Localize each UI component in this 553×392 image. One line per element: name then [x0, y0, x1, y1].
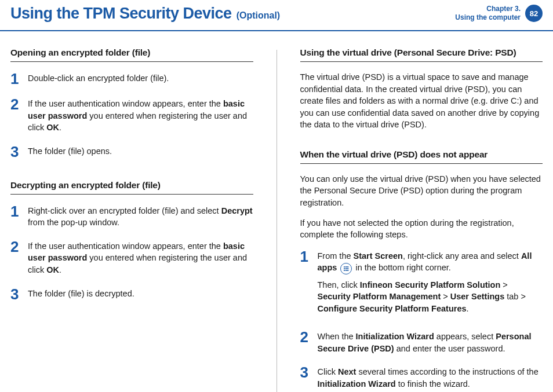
svg-point-2: [344, 268, 345, 269]
step-text: tab >: [504, 292, 526, 301]
section-head-psd: Using the virtual drive (Personal Secure…: [300, 47, 543, 62]
open-step-2: 2 If the user authentication window appe…: [10, 97, 253, 134]
step-text: in the bottom right corner.: [355, 263, 450, 272]
svg-point-0: [344, 266, 345, 267]
step-text: Then, click: [318, 280, 360, 290]
psd-missing-para-2: If you have not selected the option duri…: [300, 217, 543, 241]
step-number: 2: [10, 97, 21, 134]
step-text: .: [59, 123, 61, 132]
step-body: The folder (file) opens.: [28, 144, 112, 159]
right-column: Using the virtual drive (Personal Secure…: [300, 47, 543, 392]
step-number: 3: [10, 144, 21, 159]
section-head-opening: Opening an encrypted folder (file): [10, 47, 253, 62]
step-text: appears, select: [434, 332, 496, 341]
step-text: Double-click an encrypted folder (file).: [28, 74, 169, 83]
section-head-decrypting: Decrypting an encrypted folder (file): [10, 180, 253, 195]
chapter-text: Chapter 3. Using the computer: [455, 5, 521, 22]
step-text: Right-click over an encrypted folder (fi…: [28, 206, 221, 215]
step-text: several times according to the instructi…: [356, 367, 538, 376]
step-body: If the user authentication window appear…: [28, 97, 253, 134]
page-title: Using the TPM Security Device: [10, 5, 232, 23]
step-text: .: [467, 304, 469, 313]
step-body: Right-click over an encrypted folder (fi…: [28, 204, 253, 229]
bold-configure-features: Configure Security Platform Features: [318, 304, 467, 313]
step-text: >: [500, 280, 508, 290]
page-subtitle: (Optional): [237, 10, 281, 21]
chapter-block: Chapter 3. Using the computer 82: [455, 5, 543, 22]
step-number: 1: [10, 71, 21, 86]
step-number: 1: [300, 249, 311, 319]
step-number: 2: [10, 239, 21, 276]
step-body: From the Start Screen, right-click any a…: [318, 249, 543, 319]
section-head-psd-missing: When the virtual drive (PSD) does not ap…: [300, 149, 543, 164]
step-body: The folder (file) is decrypted.: [28, 287, 134, 302]
step-text: >: [441, 292, 450, 301]
psd-step-2: 2 When the Initialization Wizard appears…: [300, 329, 543, 354]
open-step-3: 3 The folder (file) opens.: [10, 144, 253, 159]
chapter-line-1: Chapter 3.: [455, 5, 521, 13]
step-text: The folder (file) is decrypted.: [28, 289, 134, 298]
psd-step-1: 1 From the Start Screen, right-click any…: [300, 249, 543, 319]
left-column: Opening an encrypted folder (file) 1 Dou…: [10, 47, 253, 392]
bold-platform-mgmt: Security Platform Management: [318, 292, 441, 301]
step-number: 1: [10, 204, 21, 229]
psd-description: The virtual drive (PSD) is a virtual spa…: [300, 71, 543, 131]
page-header: Using the TPM Security Device (Optional)…: [0, 0, 553, 31]
decrypt-step-3: 3 The folder (file) is decrypted.: [10, 287, 253, 302]
psd-step-3: 3 Click Next several times according to …: [300, 365, 543, 390]
step-body: When the Initialization Wizard appears, …: [318, 329, 543, 354]
bold-decrypt: Decrypt: [221, 206, 253, 215]
all-apps-icon: [340, 263, 352, 274]
bold-init-wizard: Initialization Wizard: [318, 379, 396, 389]
bold-infineon: Infineon Security Platform Solution: [360, 280, 501, 290]
step-text: If the user authentication window appear…: [28, 99, 223, 108]
bold-ok: OK: [46, 265, 59, 274]
open-step-1: 1 Double-click an encrypted folder (file…: [10, 71, 253, 86]
bold-user-settings: User Settings: [450, 292, 504, 301]
page-number-badge: 82: [525, 5, 543, 22]
step-text: Click: [318, 367, 338, 376]
step-text: If the user authentication window appear…: [28, 241, 223, 251]
step-text: The folder (file) opens.: [28, 146, 112, 156]
bold-ok: OK: [46, 123, 59, 132]
step-text: When the: [318, 332, 356, 341]
decrypt-step-1: 1 Right-click over an encrypted folder (…: [10, 204, 253, 229]
step-text: From the: [318, 251, 354, 261]
step-text: to finish the wizard.: [396, 379, 470, 389]
step-text: .: [59, 265, 61, 274]
bold-start-screen: Start Screen: [354, 251, 403, 261]
step-number: 3: [300, 365, 311, 390]
psd-missing-para-1: You can only use the virtual drive (PSD)…: [300, 173, 543, 209]
step-body: If the user authentication window appear…: [28, 239, 253, 276]
step-body: Click Next several times according to th…: [318, 365, 543, 390]
bold-next: Next: [338, 367, 356, 376]
chapter-line-2: Using the computer: [455, 13, 521, 22]
column-divider: [276, 50, 277, 392]
content-columns: Opening an encrypted folder (file) 1 Dou…: [0, 31, 553, 392]
step-text: and enter the user password.: [394, 344, 505, 353]
step-text: , right-click any area and select: [403, 251, 521, 261]
svg-point-4: [344, 270, 345, 270]
step-text: from the pop-up window.: [28, 218, 119, 227]
step-number: 3: [10, 287, 21, 302]
decrypt-step-2: 2 If the user authentication window appe…: [10, 239, 253, 276]
bold-init-wizard: Initialization Wizard: [356, 332, 434, 341]
title-group: Using the TPM Security Device (Optional): [10, 5, 280, 23]
step-number: 2: [300, 329, 311, 354]
step-body: Double-click an encrypted folder (file).: [28, 71, 169, 86]
